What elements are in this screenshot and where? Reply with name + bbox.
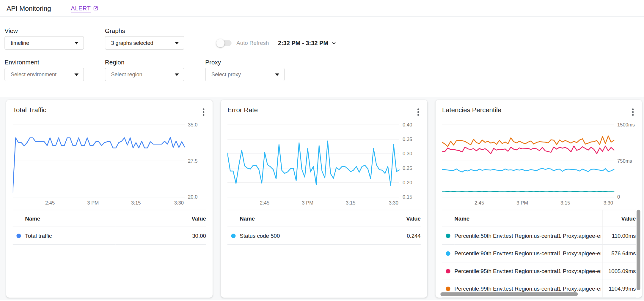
environment-label: Environment [4,59,84,66]
series-value: 30.00 [116,227,206,244]
card-menu-button[interactable] [416,106,421,118]
kebab-menu-icon [632,108,634,116]
card-latencies-percentile: Latencies Percentile 1500ms750ms02:453 P… [436,100,642,298]
svg-text:3:15: 3:15 [560,200,570,206]
card-error-rate: Error Rate 0.400.350.300.250.200.152:453… [221,100,427,298]
series-color-dot [16,233,21,238]
svg-text:0.15: 0.15 [403,194,412,200]
time-range-selector[interactable]: 2:32 PM - 3:32 PM [278,39,337,46]
svg-text:0: 0 [617,194,620,200]
svg-text:0.35: 0.35 [403,137,412,142]
graphs-select[interactable]: 3 graphs selected [105,36,184,50]
svg-text:3:15: 3:15 [346,200,355,206]
column-header-name: Name [240,210,330,227]
legend-table: Name Value Percentile:50th Env:test Regi… [442,210,636,298]
page-title: API Monitoring [7,4,51,12]
svg-text:3:30: 3:30 [389,200,398,206]
svg-text:3:30: 3:30 [604,200,613,206]
card-menu-button[interactable] [201,106,206,118]
series-name: Percentile:99th Env:test Region:us-centr… [454,286,600,292]
vertical-scrollbar[interactable] [637,210,640,290]
chevron-down-icon [331,39,337,46]
column-header-value: Value [330,210,421,227]
series-color-dot [446,286,450,291]
series-name: Status code 500 [240,227,330,244]
series-name: Percentile:95th Env:test Region:us-centr… [454,268,600,274]
total-traffic-chart: 35.027.520.02:453 PM3:153:30 [13,122,206,206]
card-title: Total Traffic [13,106,46,114]
series-color-dot [231,233,235,238]
legend-table: Name Value Status code 500 0.244 [227,210,421,245]
table-row: Status code 500 0.244 [227,227,421,244]
environment-select[interactable]: Select environment [4,68,84,81]
series-name: Percentile:90th Env:test Region:us-centr… [454,250,600,256]
time-range-value: 2:32 PM - 3:32 PM [278,39,328,46]
svg-text:0.40: 0.40 [403,122,412,128]
svg-text:0.20: 0.20 [403,180,412,186]
svg-text:1500ms: 1500ms [617,122,635,128]
svg-text:750ms: 750ms [617,158,632,164]
dropdown-caret-icon [175,73,179,76]
svg-text:20.0: 20.0 [188,194,197,200]
svg-text:3 PM: 3 PM [516,200,528,206]
series-value: 1104.99ms [602,280,636,297]
view-select[interactable]: timeline [4,36,84,50]
dashboard-area: Total Traffic 35.027.520.02:453 PM3:153:… [0,97,644,300]
auto-refresh-toggle[interactable] [218,40,232,46]
auto-refresh-label: Auto Refresh [236,40,269,46]
series-value: 0.244 [330,227,421,244]
card-title: Error Rate [227,106,258,114]
graphs-label: Graphs [105,27,184,34]
series-color-dot [446,233,450,238]
svg-text:2:45: 2:45 [260,200,269,206]
app-window: API Monitoring ALERT View timeline Graph… [0,0,644,301]
region-placeholder: Select region [111,72,142,78]
dropdown-caret-icon [275,73,279,76]
error-rate-chart: 0.400.350.300.250.200.152:453 PM3:153:30 [227,122,421,206]
proxy-select[interactable]: Select proxy [205,68,285,81]
alert-link[interactable]: ALERT [71,5,98,12]
svg-text:0.30: 0.30 [403,151,412,156]
svg-text:3:30: 3:30 [174,200,184,206]
dropdown-caret-icon [175,42,179,44]
card-total-traffic: Total Traffic 35.027.520.02:453 PM3:153:… [6,100,213,298]
svg-text:2:45: 2:45 [475,200,484,206]
series-value: 110.00ms [602,227,636,244]
svg-text:0.25: 0.25 [403,165,412,171]
svg-text:3 PM: 3 PM [302,200,313,206]
dropdown-caret-icon [74,73,78,76]
column-header-value: Value [116,210,206,227]
series-name: Percentile:50th Env:test Region:us-centr… [454,233,600,239]
environment-placeholder: Select environment [11,72,56,78]
table-row: Percentile:50th Env:test Region:us-centr… [442,227,636,244]
region-label: Region [105,59,184,66]
table-row: Total traffic 30.00 [13,227,206,244]
legend-table: Name Value Total traffic 30.00 [13,210,206,245]
proxy-label: Proxy [205,59,285,66]
view-select-value: timeline [11,40,29,46]
filters-panel: View timeline Graphs 3 graphs selected [0,17,644,97]
app-header: API Monitoring ALERT [0,0,644,17]
series-color-dot [446,251,450,256]
table-row: Percentile:95th Env:test Region:us-centr… [442,262,636,280]
card-title: Latencies Percentile [442,106,501,114]
series-value: 1005.09ms [602,262,636,280]
svg-text:3 PM: 3 PM [87,200,99,206]
horizontal-scrollbar[interactable] [440,292,578,296]
series-name: Total traffic [25,227,115,244]
card-menu-button[interactable] [630,106,635,118]
kebab-menu-icon [417,108,419,116]
series-value: 576.64ms [602,245,636,262]
graphs-select-value: 3 graphs selected [111,40,153,46]
svg-text:35.0: 35.0 [188,122,197,128]
series-color-dot [446,269,450,273]
column-header-value: Value [602,210,636,227]
region-select[interactable]: Select region [105,68,184,81]
toggle-knob [216,39,225,47]
table-row: Percentile:90th Env:test Region:us-centr… [442,245,636,262]
view-label: View [4,27,84,34]
kebab-menu-icon [203,108,205,116]
column-header-name: Name [25,210,115,227]
external-link-icon [93,6,98,11]
svg-text:27.5: 27.5 [188,158,197,164]
